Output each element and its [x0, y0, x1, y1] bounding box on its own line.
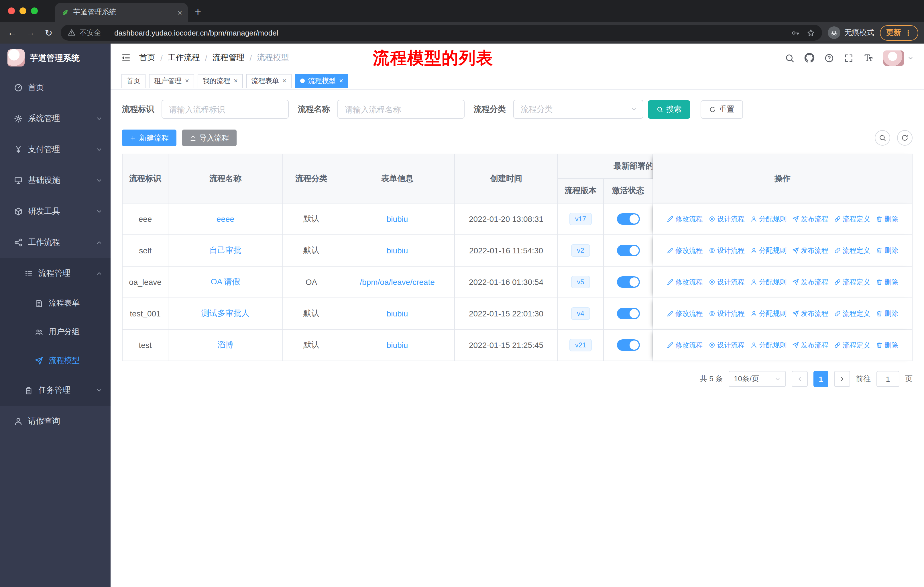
tag-home[interactable]: 首页: [121, 74, 145, 88]
process-definition-link[interactable]: 流程定义: [834, 340, 870, 350]
sidebar-item-process-management[interactable]: 流程管理: [0, 258, 111, 289]
sidebar-item-user-group[interactable]: 用户分组: [0, 317, 111, 346]
form-info-link[interactable]: biubiu: [387, 309, 408, 318]
publish-process-link[interactable]: 发布流程: [792, 277, 828, 287]
refresh-table-button[interactable]: [897, 130, 912, 146]
assign-rule-link[interactable]: 分配规则: [751, 214, 787, 224]
delete-process-link[interactable]: 删除: [876, 309, 898, 318]
design-process-link[interactable]: 设计流程: [709, 246, 745, 255]
breadcrumb-home[interactable]: 首页: [139, 53, 155, 63]
sidebar-item-task-management[interactable]: 任务管理: [0, 375, 111, 406]
prev-page-button[interactable]: [792, 371, 808, 387]
active-toggle[interactable]: [617, 276, 640, 288]
design-process-link[interactable]: 设计流程: [709, 340, 745, 350]
create-process-button[interactable]: 新建流程: [122, 129, 177, 146]
zoom-window-button[interactable]: [31, 7, 38, 14]
sidebar-item-leave-query[interactable]: 请假查询: [0, 406, 111, 437]
sidebar-item-system[interactable]: 系统管理: [0, 103, 111, 134]
form-info-link[interactable]: biubiu: [387, 214, 408, 223]
sidebar-item-devtools[interactable]: 研发工具: [0, 196, 111, 227]
import-process-button[interactable]: 导入流程: [182, 129, 237, 146]
form-info-link[interactable]: biubiu: [387, 246, 408, 255]
process-key-input[interactable]: [162, 100, 289, 119]
process-name-link[interactable]: 滔博: [218, 340, 233, 349]
page-size-select[interactable]: 10条/页: [729, 371, 786, 387]
search-icon[interactable]: [785, 53, 795, 63]
close-window-button[interactable]: [8, 7, 15, 14]
address-bar[interactable]: 不安全 dashboard.yudao.iocoder.cn/bpm/manag…: [61, 25, 822, 41]
assign-rule-link[interactable]: 分配规则: [751, 277, 787, 287]
breadcrumb-workflow[interactable]: 工作流程: [168, 53, 200, 63]
sidebar-item-workflow[interactable]: 工作流程: [0, 227, 111, 258]
reset-button[interactable]: 重置: [701, 100, 743, 118]
publish-process-link[interactable]: 发布流程: [792, 246, 828, 255]
process-definition-link[interactable]: 流程定义: [834, 214, 870, 224]
reload-button[interactable]: ↻: [42, 27, 55, 38]
tag-close-icon[interactable]: ×: [185, 77, 189, 85]
publish-process-link[interactable]: 发布流程: [792, 214, 828, 224]
publish-process-link[interactable]: 发布流程: [792, 340, 828, 350]
form-info-link[interactable]: /bpm/oa/leave/create: [360, 278, 435, 287]
sidebar-fold-icon[interactable]: [121, 53, 131, 63]
show-search-button[interactable]: [875, 130, 890, 146]
user-menu[interactable]: [883, 50, 914, 66]
forward-button[interactable]: →: [24, 28, 37, 38]
modify-process-link[interactable]: 修改流程: [667, 340, 703, 350]
menu-dots-icon[interactable]: ⋮: [904, 28, 912, 37]
next-page-button[interactable]: [834, 371, 850, 387]
breadcrumb-process-management[interactable]: 流程管理: [213, 53, 244, 63]
page-number-1[interactable]: 1: [813, 371, 828, 387]
modify-process-link[interactable]: 修改流程: [667, 214, 703, 224]
delete-process-link[interactable]: 删除: [876, 277, 898, 287]
font-size-icon[interactable]: [863, 53, 874, 63]
minimize-window-button[interactable]: [20, 7, 26, 14]
active-toggle[interactable]: [617, 213, 640, 225]
fullscreen-icon[interactable]: [844, 53, 853, 63]
search-button[interactable]: 搜索: [648, 100, 690, 118]
active-toggle[interactable]: [617, 308, 640, 319]
bookmark-star-icon[interactable]: [807, 28, 815, 37]
sidebar-item-payment[interactable]: 支付管理: [0, 134, 111, 165]
design-process-link[interactable]: 设计流程: [709, 309, 745, 318]
browser-tab[interactable]: 芋道管理系统 ×: [55, 3, 188, 22]
tag-close-icon[interactable]: ×: [339, 77, 343, 85]
design-process-link[interactable]: 设计流程: [709, 277, 745, 287]
tab-close-icon[interactable]: ×: [178, 8, 182, 17]
help-icon[interactable]: [824, 53, 834, 63]
modify-process-link[interactable]: 修改流程: [667, 246, 703, 255]
process-definition-link[interactable]: 流程定义: [834, 277, 870, 287]
tag-close-icon[interactable]: ×: [282, 77, 286, 85]
active-toggle[interactable]: [617, 245, 640, 256]
design-process-link[interactable]: 设计流程: [709, 214, 745, 224]
assign-rule-link[interactable]: 分配规则: [751, 309, 787, 318]
process-name-link[interactable]: OA 请假: [211, 277, 240, 286]
delete-process-link[interactable]: 删除: [876, 340, 898, 350]
tag-process-form[interactable]: 流程表单 ×: [246, 74, 292, 88]
tag-tenant-management[interactable]: 租户管理 ×: [149, 74, 194, 88]
new-tab-button[interactable]: +: [195, 6, 201, 18]
sidebar-item-process-form[interactable]: 流程表单: [0, 289, 111, 317]
process-definition-link[interactable]: 流程定义: [834, 246, 870, 255]
tag-process-model[interactable]: 流程模型 ×: [295, 74, 348, 88]
process-category-select[interactable]: 流程分类: [513, 100, 643, 119]
active-toggle[interactable]: [617, 339, 640, 351]
goto-page-input[interactable]: [876, 371, 899, 387]
assign-rule-link[interactable]: 分配规则: [751, 246, 787, 255]
process-definition-link[interactable]: 流程定义: [834, 309, 870, 318]
github-icon[interactable]: [804, 53, 815, 63]
update-button[interactable]: 更新 ⋮: [880, 25, 918, 40]
publish-process-link[interactable]: 发布流程: [792, 309, 828, 318]
tag-my-process[interactable]: 我的流程 ×: [198, 74, 243, 88]
tag-close-icon[interactable]: ×: [234, 77, 238, 85]
password-key-icon[interactable]: [791, 28, 800, 37]
modify-process-link[interactable]: 修改流程: [667, 309, 703, 318]
back-button[interactable]: ←: [6, 28, 18, 38]
process-name-input[interactable]: [337, 100, 465, 119]
process-name-link[interactable]: 测试多审批人: [201, 308, 249, 317]
sidebar-item-process-model[interactable]: 流程模型: [0, 346, 111, 375]
process-name-link[interactable]: 自己审批: [210, 245, 241, 255]
sidebar-item-home[interactable]: 首页: [0, 72, 111, 103]
process-name-link[interactable]: eeee: [216, 214, 234, 223]
delete-process-link[interactable]: 删除: [876, 246, 898, 255]
sidebar-item-infrastructure[interactable]: 基础设施: [0, 165, 111, 196]
